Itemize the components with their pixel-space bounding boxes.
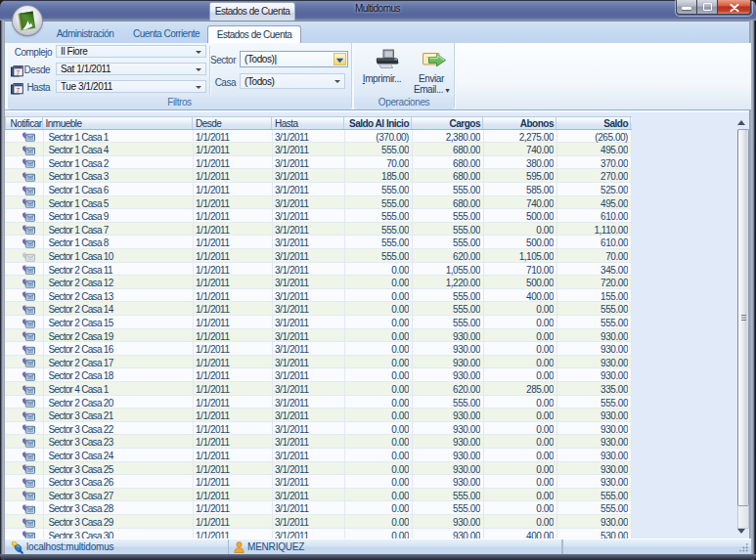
svg-text:7: 7 <box>17 87 21 94</box>
svg-text:7: 7 <box>17 69 21 76</box>
